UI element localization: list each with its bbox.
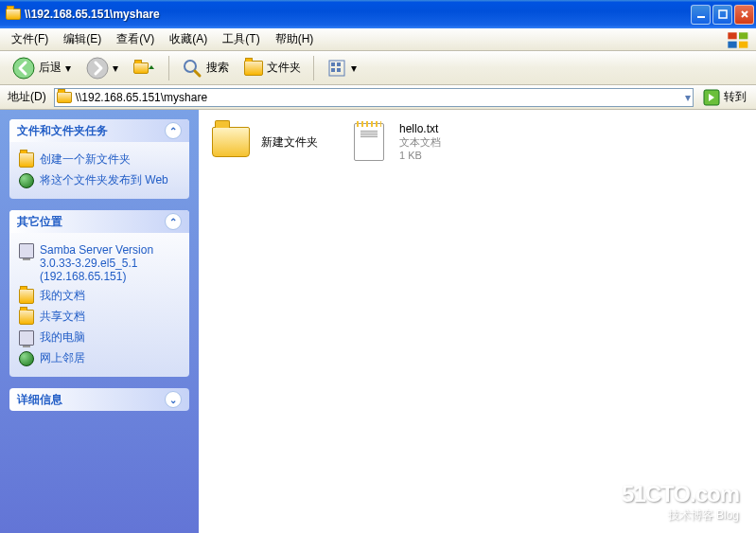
other-shared-documents[interactable]: 共享文档 [19,307,180,328]
svg-rect-13 [337,68,341,72]
up-button[interactable] [127,59,163,78]
folder-icon [57,92,72,103]
svg-point-6 [13,58,34,79]
dropdown-icon[interactable]: ▾ [685,91,691,104]
menu-tools[interactable]: 工具(T) [215,29,267,49]
views-icon [326,58,347,79]
other-my-computer[interactable]: 我的电脑 [19,328,180,348]
toolbar-separator [168,56,169,80]
go-button[interactable]: 转到 [697,89,752,106]
tasks-panel: 文件和文件夹任务 ⌃ 创建一个新文件夹 将这个文件夹发布到 Web [9,119,189,199]
address-label: 地址(D) [4,89,50,105]
back-button[interactable]: 后退 ▾ [6,53,78,83]
menu-help[interactable]: 帮助(H) [268,29,322,49]
address-path: \\192.168.65.151\myshare [76,91,681,104]
menu-file[interactable]: 文件(F) [4,29,56,49]
other-places-panel: 其它位置 ⌃ Samba Server Version 3.0.33-3.29.… [9,210,189,377]
collapse-icon[interactable]: ⌃ [165,122,182,139]
chevron-down-icon: ▾ [65,62,71,75]
forward-button[interactable]: ▾ [79,53,125,83]
documents-icon [19,289,34,304]
search-icon [182,58,202,79]
file-list[interactable]: 新建文件夹 hello.txt 文本文档 1 KB [199,110,756,533]
window-title: \\192.168.65.151\myshare [25,8,160,21]
file-name: 新建文件夹 [261,135,318,149]
svg-rect-12 [331,68,335,72]
folder-icon [212,127,250,157]
folder-icon [19,152,34,168]
svg-rect-4 [728,42,736,48]
collapse-icon[interactable]: ⌃ [165,213,182,230]
minimize-button[interactable] [691,5,711,25]
file-item-folder[interactable]: 新建文件夹 [208,119,318,165]
window-controls [691,5,754,25]
globe-icon [19,173,34,188]
svg-rect-1 [719,10,727,18]
other-places-header[interactable]: 其它位置 ⌃ [9,210,189,233]
go-label: 转到 [724,89,747,105]
menu-favorites[interactable]: 收藏(A) [162,29,215,49]
back-label: 后退 [39,60,62,76]
folders-label: 文件夹 [267,60,301,76]
svg-point-7 [87,58,108,79]
task-new-folder[interactable]: 创建一个新文件夹 [19,150,180,170]
maximize-button[interactable] [712,5,732,25]
computer-icon [19,243,34,258]
toolbar: 后退 ▾ ▾ 搜索 文件夹 ▾ [0,51,756,85]
windows-logo-icon [726,30,752,49]
tasks-panel-title: 文件和文件夹任务 [17,123,165,139]
file-item-hello-txt[interactable]: hello.txt 文本文档 1 KB [346,119,441,165]
text-file-icon [354,123,384,161]
menu-view[interactable]: 查看(V) [109,29,162,49]
network-icon [19,351,34,366]
svg-rect-0 [697,16,705,18]
other-samba-server[interactable]: Samba Server Version 3.0.33-3.29.el5_5.1… [19,240,180,286]
sidebar: 文件和文件夹任务 ⌃ 创建一个新文件夹 将这个文件夹发布到 Web 其它位置 ⌃ [0,110,199,533]
watermark: 51CTO.com 技术博客 Blog [622,481,739,524]
folder-up-icon [133,62,149,74]
computer-icon [19,330,34,346]
folders-button[interactable]: 文件夹 [237,56,308,80]
file-type: 文本文档 [399,135,441,149]
titlebar: \\192.168.65.151\myshare [0,0,756,28]
svg-rect-2 [728,32,736,39]
tasks-panel-header[interactable]: 文件和文件夹任务 ⌃ [9,119,189,142]
folder-icon [244,61,263,76]
search-label: 搜索 [206,60,229,76]
task-publish-web[interactable]: 将这个文件夹发布到 Web [19,170,180,191]
svg-rect-10 [331,62,335,66]
chevron-down-icon: ▾ [351,62,357,75]
svg-rect-5 [739,42,747,48]
svg-rect-11 [337,62,341,66]
search-button[interactable]: 搜索 [175,54,236,82]
svg-rect-3 [739,32,747,39]
details-panel: 详细信息 ⌄ [9,388,189,411]
details-panel-title: 详细信息 [17,392,165,408]
expand-icon[interactable]: ⌄ [165,391,182,408]
content-area: 文件和文件夹任务 ⌃ 创建一个新文件夹 将这个文件夹发布到 Web 其它位置 ⌃ [0,110,756,533]
views-button[interactable]: ▾ [320,54,363,82]
chevron-down-icon: ▾ [113,62,118,75]
address-input[interactable]: \\192.168.65.151\myshare ▾ [54,88,694,107]
file-size: 1 KB [399,149,441,162]
other-my-documents[interactable]: 我的文档 [19,286,180,307]
toolbar-separator [313,56,314,80]
details-panel-header[interactable]: 详细信息 ⌄ [9,388,189,411]
file-name: hello.txt [399,122,441,135]
other-places-title: 其它位置 [17,214,165,230]
close-button[interactable] [734,5,754,25]
window-icon [6,9,21,20]
watermark-sub: 技术博客 Blog [622,507,739,524]
watermark-brand: 51CTO.com [622,481,739,507]
shared-folder-icon [19,310,34,325]
menu-edit[interactable]: 编辑(E) [56,29,109,49]
address-bar: 地址(D) \\192.168.65.151\myshare ▾ 转到 [0,85,756,110]
other-network-places[interactable]: 网上邻居 [19,348,180,369]
menubar: 文件(F) 编辑(E) 查看(V) 收藏(A) 工具(T) 帮助(H) [0,28,756,51]
